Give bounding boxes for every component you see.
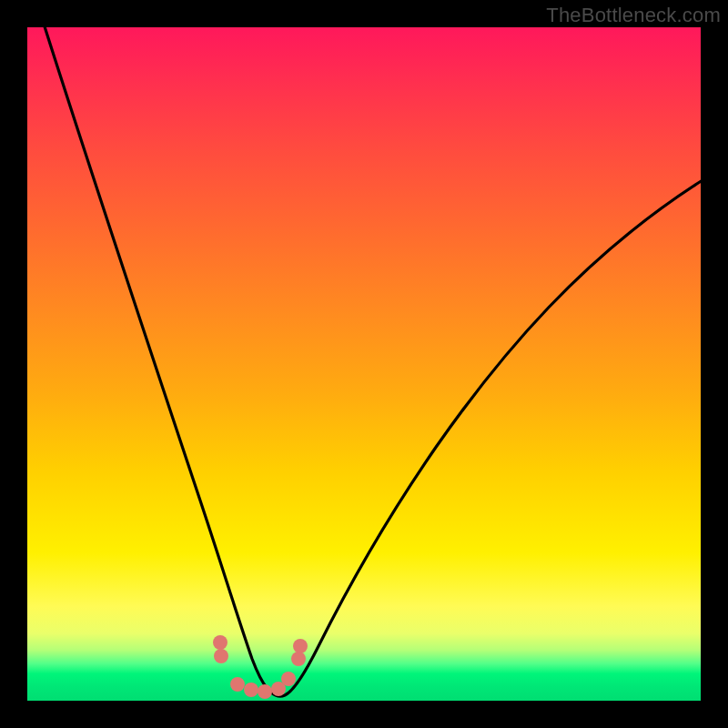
chart-frame: TheBottleneck.com [0,0,728,728]
svg-point-0 [213,635,228,650]
svg-point-7 [291,652,306,666]
chart-svg [27,27,701,701]
watermark-text: TheBottleneck.com [546,4,721,27]
svg-point-1 [214,649,228,663]
svg-point-3 [244,682,258,697]
svg-point-4 [258,684,272,699]
svg-point-6 [281,672,296,686]
svg-point-2 [230,677,245,692]
bottleneck-curve [44,24,703,696]
svg-point-8 [293,639,308,653]
